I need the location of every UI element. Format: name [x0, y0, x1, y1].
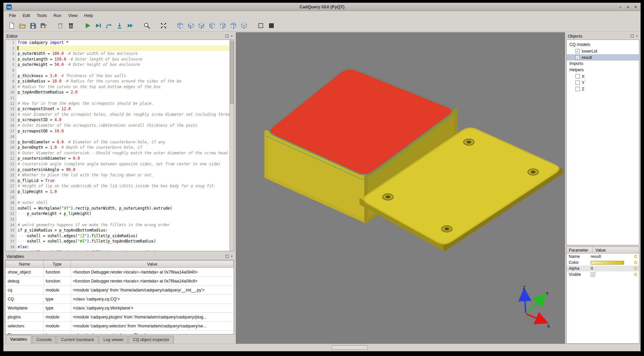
- param-column-value[interactable]: Value: [593, 247, 639, 253]
- param-value[interactable]: ✓: [591, 272, 632, 277]
- checkbox[interactable]: ✓: [575, 55, 580, 60]
- editor-scrollbar-thumb[interactable]: [230, 41, 233, 104]
- table-row[interactable]: show_objectfunction<function Debugger.re…: [6, 268, 234, 277]
- objects-group-helpers[interactable]: Helpers: [567, 67, 639, 73]
- code-line[interactable]: 12# How far in from the edges the screwp…: [5, 101, 229, 106]
- code-line[interactable]: 8p_sideRadius = 10.0··# Radius for the c…: [5, 79, 229, 84]
- code-line[interactable]: 1from cadquery import *: [5, 40, 229, 46]
- code-line[interactable]: 14# nner Diameter of the screwpost holes…: [5, 112, 229, 117]
- code-line[interactable]: 20p_boreDepth = 1.0··# Depth of the coun…: [5, 145, 229, 150]
- menu-view[interactable]: View: [65, 12, 81, 19]
- code-line[interactable]: 15p_screwpostID = 4.0: [5, 117, 229, 123]
- code-line[interactable]: 31oshell = Workplane("XY").rect(p_outerW…: [5, 206, 229, 211]
- menu-run[interactable]: Run: [50, 12, 65, 19]
- code-line[interactable]: 18: [5, 134, 229, 139]
- table-row[interactable]: Workplanetype<class 'cadquery.cq.Workpla…: [6, 304, 234, 313]
- code-line[interactable]: 28p_lipHeight = 1.0: [5, 189, 229, 195]
- code-line[interactable]: 5p_outerHeight = 50.0··# Outer height of…: [5, 62, 229, 68]
- step-into-icon[interactable]: [114, 21, 125, 31]
- code-line[interactable]: 38else:: [5, 244, 229, 250]
- code-line[interactable]: 19p_boreDiameter = 8.0··# Diameter of th…: [5, 139, 229, 145]
- objects-group-imports[interactable]: Imports: [567, 61, 639, 67]
- code-line[interactable]: 30# outer shell: [5, 200, 229, 206]
- view-top-icon[interactable]: [228, 21, 239, 31]
- view-right-icon[interactable]: [217, 21, 228, 31]
- view-bottom-icon[interactable]: [239, 21, 249, 31]
- objects-item-lowerlid[interactable]: ✓lowerLid: [567, 48, 639, 54]
- open-file-icon[interactable]: [17, 21, 28, 31]
- tab-log-viewer[interactable]: Log viewer: [99, 336, 128, 344]
- code-line[interactable]: 3p_outerWidth = 100.0··# Outer width of …: [5, 51, 229, 57]
- code-line[interactable]: 27# Height of lip on the underside of th…: [5, 183, 229, 189]
- code-line[interactable]: 24p_countersinkAngle = 90.0: [5, 167, 229, 173]
- tab-console[interactable]: Console: [32, 336, 56, 344]
- menu-tools[interactable]: Tools: [33, 12, 50, 19]
- minimize-button[interactable]: −: [619, 3, 621, 11]
- checkbox[interactable]: [575, 87, 580, 91]
- editor-close-icon[interactable]: ×: [231, 34, 233, 38]
- param-value[interactable]: 0: [591, 266, 632, 271]
- run-icon[interactable]: [82, 21, 93, 31]
- wireframe-icon[interactable]: [255, 21, 266, 31]
- shaded-icon[interactable]: [266, 21, 277, 31]
- code-line[interactable]: 22p_countersinkDiameter = 0.0: [5, 156, 229, 161]
- debug-icon[interactable]: [93, 21, 104, 31]
- tab-cq-object-inspector[interactable]: CQ object inspector: [129, 336, 174, 344]
- code-line[interactable]: 16# Outer Diameter of the screwposts.\nD…: [5, 123, 229, 128]
- column-header-type[interactable]: Type: [44, 261, 71, 268]
- objects-item-result[interactable]: ✓result: [567, 54, 639, 61]
- menu-file[interactable]: File: [6, 12, 19, 19]
- variables-close-icon[interactable]: ×: [231, 255, 233, 258]
- tab-current-traceback[interactable]: Current traceback: [57, 336, 98, 344]
- code-area[interactable]: 1from cadquery import *2 3p_outerWidth =…: [5, 40, 229, 251]
- code-line[interactable]: 39····oshell = oshell.edges("#Z").fillet…: [5, 250, 229, 251]
- code-line[interactable]: 33: [5, 217, 229, 222]
- code-line[interactable]: 6: [5, 68, 229, 73]
- variables-float-icon[interactable]: [225, 255, 228, 258]
- reset-icon[interactable]: [632, 261, 639, 265]
- code-line[interactable]: 32····p_outerHeight + p_lipHeight): [5, 211, 229, 217]
- code-line[interactable]: 10p_topAndBottomRadius = 2.0: [5, 89, 229, 95]
- fit-all-icon[interactable]: [158, 21, 169, 31]
- objects-float-icon[interactable]: [631, 35, 634, 38]
- clear-icon[interactable]: [55, 21, 66, 31]
- tab-variables[interactable]: Variables: [6, 335, 31, 344]
- code-line[interactable]: 13p_screwpostInset = 12.0: [5, 106, 229, 112]
- param-value[interactable]: result: [591, 254, 632, 259]
- titlebar[interactable]: cq CadQuery GUI (PyQT) −+×: [4, 3, 640, 11]
- viewport-3d[interactable]: Z Y X: [236, 32, 565, 344]
- objects-group-cq-models[interactable]: CQ models: [567, 42, 639, 48]
- code-line[interactable]: 25# Whether to place the lid with the to…: [5, 172, 229, 178]
- zoom-icon[interactable]: [142, 21, 152, 31]
- column-header-value[interactable]: Value: [71, 261, 234, 268]
- column-header-name[interactable]: Name: [6, 261, 44, 268]
- reset-icon[interactable]: [632, 255, 639, 259]
- code-line[interactable]: 34# weird geometry happens if we make th…: [5, 222, 229, 228]
- code-line[interactable]: 9# Radius for the curves on the top and …: [5, 84, 229, 90]
- reset-icon[interactable]: [632, 272, 639, 276]
- new-file-icon[interactable]: [6, 21, 17, 31]
- table-row[interactable]: cqmodule<module 'cadquery' from '/home/a…: [6, 286, 234, 295]
- table-row[interactable]: selectorsmodule<module 'cadquery.selecto…: [6, 322, 234, 331]
- checkbox[interactable]: [575, 81, 580, 85]
- code-editor[interactable]: 1from cadquery import *2 3p_outerWidth =…: [5, 40, 234, 251]
- code-line[interactable]: 35if p_sideRadius > p_topAndBottomRadius…: [5, 228, 229, 233]
- table-row[interactable]: debugfunction<function Debugger.render.<…: [6, 277, 234, 286]
- color-swatch[interactable]: [591, 261, 624, 265]
- table-row[interactable]: CQtype<class 'cadquery.cq.CQ'>: [6, 295, 234, 304]
- step-over-icon[interactable]: [104, 21, 114, 31]
- param-value[interactable]: [591, 261, 632, 265]
- code-line[interactable]: 7p_thickness = 3.0··# Thickness of the b…: [5, 73, 229, 79]
- code-line[interactable]: 21# Outer diameter of countersink.··Shou…: [5, 150, 229, 156]
- objects-item-y[interactable]: Y: [567, 80, 639, 86]
- save-as-icon[interactable]: [38, 21, 49, 31]
- view-left-icon[interactable]: [207, 21, 217, 31]
- objects-item-x[interactable]: X: [567, 73, 639, 80]
- code-line[interactable]: 17p_screwpostOD = 10.0: [5, 128, 229, 134]
- view-back-icon[interactable]: [196, 21, 207, 31]
- objects-item-z[interactable]: Z: [567, 86, 639, 92]
- code-line[interactable]: 2: [5, 46, 229, 51]
- code-line[interactable]: 23# Countersink angle (complete angle be…: [5, 161, 229, 167]
- code-line[interactable]: 29: [5, 195, 229, 200]
- param-column-parameter[interactable]: Parameter: [567, 247, 593, 253]
